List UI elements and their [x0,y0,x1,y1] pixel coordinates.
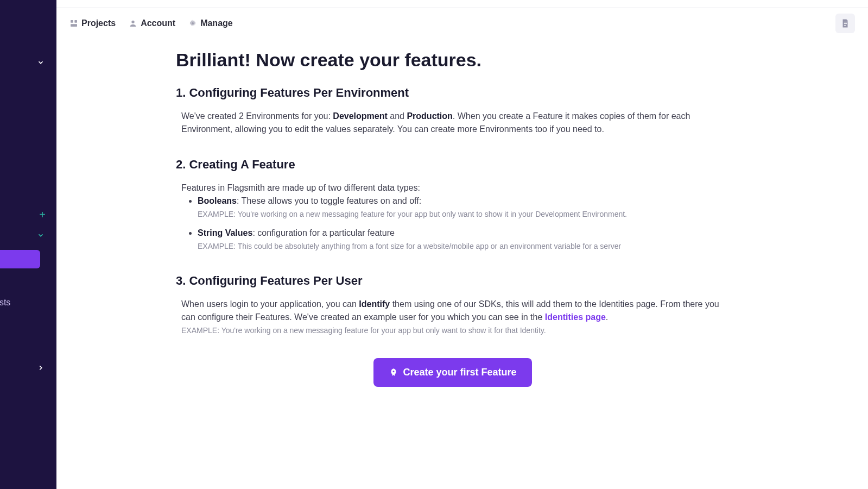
document-icon [840,18,850,28]
nav-label: Account [141,18,175,28]
nav-label: Projects [81,18,116,28]
main-content: Brilliant! Now create your features. 1. … [176,39,730,489]
example-text: EXAMPLE: You're working on a new messagi… [181,325,730,336]
chevron-right-icon[interactable] [37,364,45,374]
nav-manage[interactable]: Manage [188,18,233,28]
svg-rect-5 [844,22,847,22]
svg-rect-0 [71,20,73,23]
grid-icon [69,19,78,28]
section-heading: 2. Creating A Feature [176,158,730,172]
chevron-down-icon[interactable] [37,231,45,241]
create-feature-button[interactable]: Create your first Feature [373,358,531,387]
nav-projects[interactable]: Projects [69,18,116,28]
svg-rect-7 [844,25,846,26]
identities-link[interactable]: Identities page [545,312,606,322]
section-heading: 3. Configuring Features Per User [176,274,730,288]
plus-icon[interactable]: + [39,209,46,221]
section-text: Features in Flagsmith are made up of two… [181,181,730,195]
section-heading: 1. Configuring Features Per Environment [176,86,730,100]
section-create-feature: 2. Creating A Feature Features in Flagsm… [176,158,730,252]
page-title: Brilliant! Now create your features. [176,49,730,71]
example-text: EXAMPLE: This could be absolutely anythi… [198,241,730,252]
rocket-icon [389,368,398,378]
svg-point-3 [131,21,134,23]
user-icon [129,19,137,28]
topbar: Projects Account Manage [56,8,868,39]
list-item: Booleans: These allows you to toggle fea… [198,195,730,220]
list-item: String Values: configuration for a parti… [198,227,730,252]
svg-rect-1 [74,20,77,23]
sidebar-active-item[interactable] [0,250,40,268]
section-text: When users login to your application, yo… [181,298,730,324]
svg-rect-6 [844,23,847,24]
cta-label: Create your first Feature [403,367,516,378]
sidebar: + ests [0,0,56,489]
nav-label: Manage [200,18,233,28]
docs-button[interactable] [835,14,855,33]
sidebar-item-label[interactable]: ests [0,298,10,308]
section-configure-env: 1. Configuring Features Per Environment … [176,86,730,136]
svg-rect-2 [71,24,77,27]
section-configure-user: 3. Configuring Features Per User When us… [176,274,730,336]
section-text: We've created 2 Environments for you: De… [181,110,730,136]
nav-account[interactable]: Account [129,18,175,28]
chevron-down-icon[interactable] [37,59,45,68]
example-text: EXAMPLE: You're working on a new messagi… [198,209,730,220]
gear-icon [188,19,197,28]
